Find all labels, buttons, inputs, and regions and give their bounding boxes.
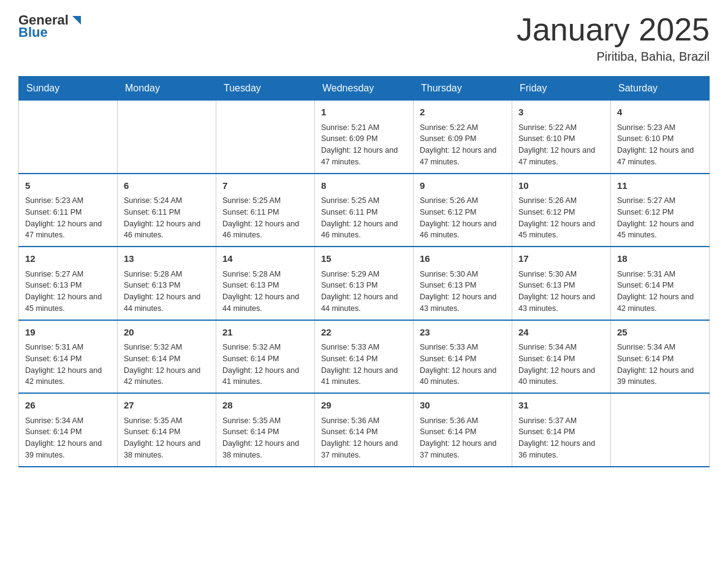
day-number: 18	[617, 252, 703, 266]
day-cell: 16Sunrise: 5:30 AM Sunset: 6:13 PM Dayli…	[414, 247, 512, 320]
day-info: Sunrise: 5:36 AM Sunset: 6:14 PM Dayligh…	[321, 415, 407, 461]
page-header: General Blue January 2025 Piritiba, Bahi…	[18, 12, 710, 64]
day-number: 12	[25, 252, 111, 266]
day-number: 2	[420, 105, 506, 120]
day-cell: 5Sunrise: 5:23 AM Sunset: 6:11 PM Daylig…	[19, 174, 118, 247]
header-cell-sunday: Sunday	[19, 77, 118, 101]
day-number: 15	[321, 252, 407, 266]
day-info: Sunrise: 5:23 AM Sunset: 6:11 PM Dayligh…	[25, 195, 111, 241]
day-cell: 9Sunrise: 5:26 AM Sunset: 6:12 PM Daylig…	[414, 174, 512, 247]
day-info: Sunrise: 5:33 AM Sunset: 6:14 PM Dayligh…	[420, 342, 506, 388]
day-info: Sunrise: 5:32 AM Sunset: 6:14 PM Dayligh…	[124, 342, 210, 388]
day-cell: 21Sunrise: 5:32 AM Sunset: 6:14 PM Dayli…	[216, 320, 315, 394]
day-info: Sunrise: 5:31 AM Sunset: 6:14 PM Dayligh…	[25, 342, 111, 388]
day-info: Sunrise: 5:22 AM Sunset: 6:09 PM Dayligh…	[420, 122, 506, 168]
day-cell	[216, 101, 315, 174]
day-number: 21	[222, 326, 308, 340]
logo: General Blue	[18, 12, 83, 40]
day-info: Sunrise: 5:30 AM Sunset: 6:13 PM Dayligh…	[420, 269, 506, 315]
day-number: 27	[124, 399, 210, 413]
day-cell: 25Sunrise: 5:34 AM Sunset: 6:14 PM Dayli…	[611, 320, 710, 394]
day-info: Sunrise: 5:36 AM Sunset: 6:14 PM Dayligh…	[420, 415, 506, 461]
day-info: Sunrise: 5:24 AM Sunset: 6:11 PM Dayligh…	[124, 195, 210, 241]
day-info: Sunrise: 5:21 AM Sunset: 6:09 PM Dayligh…	[321, 122, 407, 168]
day-number: 30	[420, 399, 506, 413]
location-title: Piritiba, Bahia, Brazil	[517, 50, 710, 64]
day-cell: 6Sunrise: 5:24 AM Sunset: 6:11 PM Daylig…	[118, 174, 216, 247]
week-row-5: 26Sunrise: 5:34 AM Sunset: 6:14 PM Dayli…	[19, 393, 710, 467]
svg-marker-0	[72, 16, 81, 25]
day-cell: 23Sunrise: 5:33 AM Sunset: 6:14 PM Dayli…	[414, 320, 512, 394]
day-cell: 22Sunrise: 5:33 AM Sunset: 6:14 PM Dayli…	[315, 320, 414, 394]
header-cell-saturday: Saturday	[611, 77, 710, 101]
day-info: Sunrise: 5:35 AM Sunset: 6:14 PM Dayligh…	[222, 415, 308, 461]
day-number: 4	[617, 105, 703, 120]
day-cell: 1Sunrise: 5:21 AM Sunset: 6:09 PM Daylig…	[315, 101, 414, 174]
day-number: 11	[617, 179, 703, 193]
day-info: Sunrise: 5:27 AM Sunset: 6:13 PM Dayligh…	[25, 269, 111, 315]
day-cell	[118, 101, 216, 174]
calendar-body: 1Sunrise: 5:21 AM Sunset: 6:09 PM Daylig…	[19, 101, 710, 467]
day-cell	[611, 393, 710, 467]
title-block: January 2025 Piritiba, Bahia, Brazil	[517, 12, 710, 64]
day-number: 16	[420, 252, 506, 266]
week-row-1: 1Sunrise: 5:21 AM Sunset: 6:09 PM Daylig…	[19, 101, 710, 174]
day-cell: 12Sunrise: 5:27 AM Sunset: 6:13 PM Dayli…	[19, 247, 118, 320]
day-number: 20	[124, 326, 210, 340]
header-row: SundayMondayTuesdayWednesdayThursdayFrid…	[19, 77, 710, 101]
day-cell: 13Sunrise: 5:28 AM Sunset: 6:13 PM Dayli…	[118, 247, 216, 320]
day-cell: 11Sunrise: 5:27 AM Sunset: 6:12 PM Dayli…	[611, 174, 710, 247]
day-info: Sunrise: 5:34 AM Sunset: 6:14 PM Dayligh…	[617, 342, 703, 388]
day-number: 14	[222, 252, 308, 266]
day-info: Sunrise: 5:29 AM Sunset: 6:13 PM Dayligh…	[321, 269, 407, 315]
day-number: 22	[321, 326, 407, 340]
day-info: Sunrise: 5:32 AM Sunset: 6:14 PM Dayligh…	[222, 342, 308, 388]
day-cell: 20Sunrise: 5:32 AM Sunset: 6:14 PM Dayli…	[118, 320, 216, 394]
day-cell: 17Sunrise: 5:30 AM Sunset: 6:13 PM Dayli…	[512, 247, 611, 320]
day-number: 1	[321, 105, 407, 120]
day-number: 23	[420, 326, 506, 340]
day-cell: 31Sunrise: 5:37 AM Sunset: 6:14 PM Dayli…	[512, 393, 611, 467]
day-number: 7	[222, 179, 308, 193]
day-info: Sunrise: 5:34 AM Sunset: 6:14 PM Dayligh…	[518, 342, 604, 388]
day-cell: 18Sunrise: 5:31 AM Sunset: 6:14 PM Dayli…	[611, 247, 710, 320]
day-number: 28	[222, 399, 308, 413]
header-cell-thursday: Thursday	[414, 77, 512, 101]
day-cell: 14Sunrise: 5:28 AM Sunset: 6:13 PM Dayli…	[216, 247, 315, 320]
day-cell: 3Sunrise: 5:22 AM Sunset: 6:10 PM Daylig…	[512, 101, 611, 174]
day-cell: 15Sunrise: 5:29 AM Sunset: 6:13 PM Dayli…	[315, 247, 414, 320]
day-info: Sunrise: 5:27 AM Sunset: 6:12 PM Dayligh…	[617, 195, 703, 241]
day-info: Sunrise: 5:25 AM Sunset: 6:11 PM Dayligh…	[222, 195, 308, 241]
day-cell: 19Sunrise: 5:31 AM Sunset: 6:14 PM Dayli…	[19, 320, 118, 394]
month-title: January 2025	[517, 12, 710, 47]
day-number: 13	[124, 252, 210, 266]
day-info: Sunrise: 5:35 AM Sunset: 6:14 PM Dayligh…	[124, 415, 210, 461]
week-row-2: 5Sunrise: 5:23 AM Sunset: 6:11 PM Daylig…	[19, 174, 710, 247]
day-number: 6	[124, 179, 210, 193]
day-cell: 24Sunrise: 5:34 AM Sunset: 6:14 PM Dayli…	[512, 320, 611, 394]
day-number: 3	[518, 105, 604, 120]
day-cell: 4Sunrise: 5:23 AM Sunset: 6:10 PM Daylig…	[611, 101, 710, 174]
day-info: Sunrise: 5:33 AM Sunset: 6:14 PM Dayligh…	[321, 342, 407, 388]
day-info: Sunrise: 5:31 AM Sunset: 6:14 PM Dayligh…	[617, 269, 703, 315]
week-row-3: 12Sunrise: 5:27 AM Sunset: 6:13 PM Dayli…	[19, 247, 710, 320]
day-number: 19	[25, 326, 111, 340]
week-row-4: 19Sunrise: 5:31 AM Sunset: 6:14 PM Dayli…	[19, 320, 710, 394]
day-cell	[19, 101, 118, 174]
day-info: Sunrise: 5:37 AM Sunset: 6:14 PM Dayligh…	[518, 415, 604, 461]
header-cell-friday: Friday	[512, 77, 611, 101]
day-info: Sunrise: 5:34 AM Sunset: 6:14 PM Dayligh…	[25, 415, 111, 461]
day-info: Sunrise: 5:28 AM Sunset: 6:13 PM Dayligh…	[222, 269, 308, 315]
day-number: 26	[25, 399, 111, 413]
day-cell: 30Sunrise: 5:36 AM Sunset: 6:14 PM Dayli…	[414, 393, 512, 467]
calendar-header: SundayMondayTuesdayWednesdayThursdayFrid…	[19, 77, 710, 101]
day-cell: 29Sunrise: 5:36 AM Sunset: 6:14 PM Dayli…	[315, 393, 414, 467]
day-cell: 7Sunrise: 5:25 AM Sunset: 6:11 PM Daylig…	[216, 174, 315, 247]
day-number: 8	[321, 179, 407, 193]
day-info: Sunrise: 5:22 AM Sunset: 6:10 PM Dayligh…	[518, 122, 604, 168]
day-number: 24	[518, 326, 604, 340]
day-number: 9	[420, 179, 506, 193]
day-number: 25	[617, 326, 703, 340]
header-cell-tuesday: Tuesday	[216, 77, 315, 101]
day-cell: 26Sunrise: 5:34 AM Sunset: 6:14 PM Dayli…	[19, 393, 118, 467]
